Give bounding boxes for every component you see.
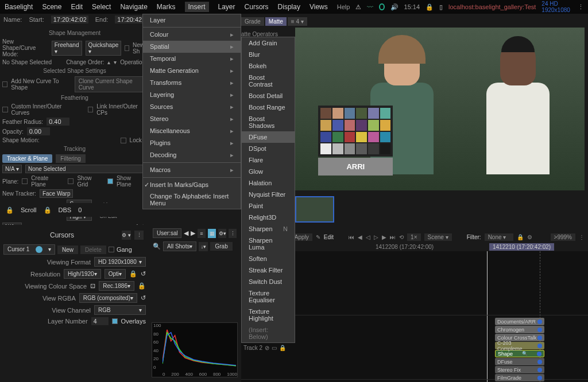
menu-overflow-icon[interactable]: ⋮ [578,3,584,11]
cursors-settings-icon[interactable]: ⚙ ▾ [122,231,131,240]
tracker-plane-tab[interactable]: Tracker & Plane [2,154,52,163]
chorder-up[interactable]: ▴ [107,59,110,65]
insert-item-colour[interactable]: Colour▸ [143,29,241,41]
spatial-item-sharpen[interactable]: SharpenN [242,223,295,235]
list-icon[interactable]: ≡ [198,229,206,238]
vcs-link-icon[interactable]: ⊡ [90,282,95,290]
spatial-item--insert-below-[interactable]: (Insert: Below) [242,324,295,342]
menu-select[interactable]: Select [92,3,111,11]
tab-grade[interactable]: Grade [241,17,264,26]
user-prev-icon[interactable]: ◀ [184,229,188,237]
scene-select[interactable]: Scene ▾ [424,233,452,241]
insert-item-matte-generation[interactable]: Matte Generation▸ [143,65,241,77]
spatial-item-soften[interactable]: Soften [242,253,295,264]
insert-item-miscellaneous[interactable]: Miscellaneous▸ [143,125,241,137]
vformat-select[interactable]: HD 1920x1080 ▾ [94,257,146,267]
new-button[interactable]: New [57,245,78,254]
insert-item-decoding[interactable]: Decoding▸ [143,149,241,161]
spatial-item-sharpen-luma[interactable]: Sharpen Luma [242,235,295,253]
overflow-icon[interactable]: ⋮ [229,229,237,238]
menu-insert[interactable]: Insert [185,2,209,12]
overlays-check[interactable] [112,318,118,324]
goto-end-icon[interactable]: ⏭ [390,234,396,240]
spatial-item-boost-detail[interactable]: Boost Detail [242,90,295,102]
spatial-item-flare[interactable]: Flare [242,154,295,166]
spatial-item-halation[interactable]: Halation [242,177,295,189]
locky-check[interactable] [121,138,126,143]
menu-edit[interactable]: Edit [71,3,83,11]
spatial-item-nyquist-filter[interactable]: Nyquist Filter [242,189,295,200]
volume-icon[interactable]: 🔊 [390,3,399,11]
insert-item-spatial[interactable]: Spatial▸ [143,41,241,53]
spatial-item-streak-filter[interactable]: Streak Filter [242,264,295,276]
spatial-item-blur[interactable]: Blur [242,49,295,60]
layernum-input[interactable] [91,317,109,325]
facewarp-select[interactable]: Face Warp [40,189,74,198]
zoom-pct[interactable]: >999% [551,233,575,241]
server-name[interactable]: localhost:baselight_gallery:Test [448,3,536,10]
filtering-tab[interactable]: Filtering [56,154,86,163]
track2-tag-icon[interactable]: ▭ [272,344,277,350]
spatial-item-texture-highlight[interactable]: Texture Highlight [242,306,295,324]
insert-item-plugins[interactable]: Plugins▸ [143,137,241,149]
menu-cursors[interactable]: Cursors [245,3,269,11]
stack-item-dfuse[interactable]: DFuse [495,358,544,365]
insert-item-stereo[interactable]: Stereo▸ [143,113,241,125]
insert-item-sources[interactable]: Sources▸ [143,101,241,113]
showplane-check[interactable] [107,178,113,184]
cursor-select[interactable]: Cursor 1 ▾ [3,244,55,255]
spatial-item-dfuse[interactable]: DFuse [242,131,295,143]
menu-layer[interactable]: Layer [218,3,235,11]
spatial-item-add-grain[interactable]: Add Grain [242,37,295,49]
stack-item-c-203-compleme[interactable]: C-203 Compleme [495,342,544,349]
gear-icon[interactable]: ⚙▾ [218,229,226,238]
stack-item-stereo-fix[interactable]: Stereo Fix [495,366,544,373]
clone-button[interactable]: Clone Current Shape Curve [75,76,147,92]
user-select[interactable]: User:sal [153,228,181,238]
step-fwd-icon[interactable]: ▷ [374,234,378,240]
spatial-item-relight3d[interactable]: Relight3D [242,212,295,223]
spatial-item-boost-range[interactable]: Boost Range [242,102,295,113]
warning-icon[interactable]: ⚠ [355,3,361,11]
track2-lock-icon[interactable]: 🔒 [279,344,286,350]
insert-item-change-to-alphabetic-insert-menu[interactable]: Change To Alphabetic Insert Menu [143,190,241,209]
na-select[interactable]: N/A ▾ [2,165,22,173]
vcs-lock-icon[interactable]: 🔒 [138,282,146,290]
insert-item-macros[interactable]: Macros▸ [143,164,241,176]
stack-item-filmgrade[interactable]: FilmGrade [495,374,544,381]
spatial-item-boost-shadows[interactable]: Boost Shadows [242,113,295,131]
tl-lock-icon[interactable]: 🔒 [517,234,524,240]
res1-select[interactable]: High/1920▾ [64,269,101,279]
sort-icon[interactable]: ↓▾ [199,242,208,251]
spatial-item-boost-contrast[interactable]: Boost Contrast [242,72,295,90]
scroll-lock-icon[interactable]: 🔒 [6,206,14,214]
help-link[interactable]: Help [337,3,350,10]
tl-settings-icon[interactable]: ⚙ [527,234,532,240]
prev-icon[interactable]: ◀ [358,234,362,240]
insert-item-temporal[interactable]: Temporal▸ [143,53,241,65]
spatial-item-texture-equaliser[interactable]: Texture Equaliser [242,287,295,306]
stack-item-chromogen[interactable]: Chromogen [495,326,544,333]
cursors-menu-icon[interactable]: ⋮ [134,231,144,240]
rgba-reset-icon[interactable]: ↺ [141,294,146,302]
tl-overflow-icon[interactable]: ⋮ [579,234,585,240]
search-icon[interactable]: 🔍 [153,243,161,250]
viewer[interactable]: ARRI [295,28,585,190]
opacity-input[interactable] [27,127,50,135]
res2-select[interactable]: Opti▾ [105,269,126,279]
gang-check[interactable] [109,247,114,252]
insert-item-insert-in-marks/gaps[interactable]: Insert In Marks/Gaps [143,179,241,190]
newshape-check[interactable] [125,45,129,51]
spatial-item-bokeh[interactable]: Bokeh [242,60,295,72]
menu-navigate[interactable]: Navigate [120,3,147,11]
stack-item-documents-arr[interactable]: Documents/ARR [495,318,544,325]
channel-select[interactable]: RGB ▾ [94,305,146,315]
track2-vis-icon[interactable]: ⊘ [265,344,269,350]
quickshape-select[interactable]: Quickshape ▾ [86,41,122,56]
loop-icon[interactable]: ⟲ [399,234,404,240]
insert-item-layer[interactable]: Layer [143,14,241,26]
rgba-select[interactable]: RGB (composited) ▾ [79,293,137,303]
thumbnail[interactable] [295,196,334,223]
spatial-item-glow[interactable]: Glow [242,166,295,177]
step-back-icon[interactable]: ◁ [366,234,370,240]
